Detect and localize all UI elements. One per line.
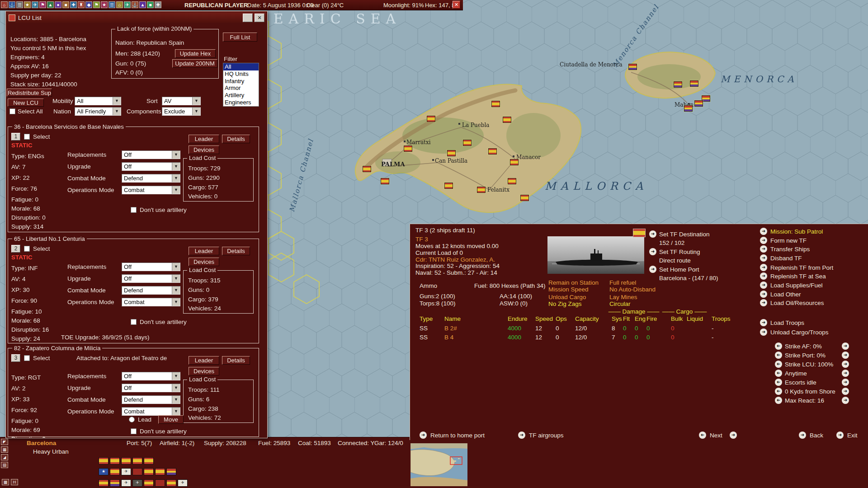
unit-flag[interactable] [488, 148, 497, 155]
opt-circular[interactable]: Circular [609, 300, 631, 307]
prev-tf-icon[interactable]: ➜ [699, 432, 706, 439]
unit-flag[interactable] [684, 105, 693, 112]
window-titlebar[interactable]: LCU List ✕ [7, 12, 266, 23]
unit-chip[interactable] [155, 468, 165, 475]
toolbar-icon-11[interactable]: ◆ [85, 1, 92, 8]
arrow-left-icon[interactable]: ➜ [775, 397, 782, 404]
arrow-right-icon[interactable]: ➜ [842, 397, 849, 404]
arrow-left-icon[interactable]: ➜ [775, 379, 782, 386]
combat-mode-dropdown[interactable]: Defend▼ [122, 395, 180, 404]
operations-mode-dropdown[interactable]: Combat▼ [122, 298, 180, 306]
chevron-down-icon[interactable]: ▼ [192, 97, 200, 105]
toolbar-icon-20[interactable]: ✚ [155, 1, 161, 8]
unit-number-button[interactable]: 2 [11, 245, 20, 253]
arrow-icon[interactable]: ➜ [649, 266, 656, 273]
leader-button[interactable]: Leader [189, 247, 219, 255]
combat-mode-dropdown[interactable]: Defend▼ [122, 286, 180, 295]
select-all-checkbox[interactable] [9, 108, 15, 114]
unit-chip[interactable] [99, 457, 108, 465]
opt-unload-cargo[interactable]: Unload Cargo [548, 294, 586, 300]
disband-tf[interactable]: Disband TF [770, 255, 802, 262]
form-new-tf[interactable]: Form new TF [770, 237, 807, 244]
unit-chip[interactable] [132, 468, 142, 475]
replacements-dropdown[interactable]: Off▼ [122, 372, 180, 380]
chevron-down-icon[interactable]: ▼ [172, 408, 180, 415]
opt-full-refuel[interactable]: Full refuel [609, 279, 636, 286]
unit-chip[interactable]: ✈ [132, 479, 142, 487]
arrow-left-icon[interactable]: ➜ [775, 352, 782, 359]
details-button[interactable]: Details [222, 356, 250, 365]
arrow-icon[interactable]: ➜ [649, 248, 656, 255]
unit-select-checkbox[interactable] [24, 246, 30, 252]
arrow-right-icon[interactable]: ➜ [842, 352, 849, 359]
toolbar-icon-15[interactable]: ⌂ [116, 1, 123, 8]
details-button[interactable]: Details [222, 247, 250, 255]
chevron-down-icon[interactable]: ▼ [172, 275, 180, 282]
unit-chip[interactable]: ★ [99, 468, 108, 475]
operations-mode-dropdown[interactable]: Combat▼ [122, 407, 180, 416]
replenish-from-port[interactable]: Replenish TF from Port [770, 264, 833, 271]
toolbar-icon-6[interactable]: ▲ [47, 1, 54, 8]
arrow-icon[interactable]: ➜ [760, 328, 767, 336]
update-200nm-button[interactable]: Update 200NM [172, 59, 217, 68]
opt-mission-speed[interactable]: Mission Speed [548, 286, 589, 293]
tf-commander[interactable]: Cdr: TNTN Ruiz Gonzalez, A. [415, 256, 495, 263]
filter-item-all[interactable]: All [223, 63, 259, 70]
unit-flag[interactable] [447, 150, 456, 156]
toolbar-icon-8[interactable]: ■ [62, 1, 69, 8]
unit-flag[interactable] [363, 166, 371, 172]
chevron-down-icon[interactable]: ▼ [172, 174, 180, 182]
opt-remain-on-station[interactable]: Remain on Station [548, 279, 599, 286]
replacements-dropdown[interactable]: Off▼ [122, 263, 180, 271]
replenish-at-sea[interactable]: Replenish TF at Sea [770, 273, 826, 280]
arrow-right-icon[interactable]: ➜ [842, 379, 849, 386]
load-other[interactable]: Load Other [770, 291, 801, 298]
nation-dropdown[interactable]: All Friendly▼ [75, 107, 121, 116]
exit-button[interactable]: Exit [847, 432, 858, 439]
unit-select-checkbox[interactable] [24, 355, 30, 361]
unit-chip[interactable] [144, 479, 154, 487]
dont-use-artillery-checkbox[interactable] [131, 207, 137, 213]
arrow-icon[interactable]: ➜ [760, 254, 767, 262]
ship-name[interactable]: B 4 [444, 334, 453, 341]
unit-flag[interactable] [694, 100, 703, 107]
arrow-right-icon[interactable]: ➜ [842, 343, 849, 350]
filter-item-engineers[interactable]: Engineers [223, 99, 259, 106]
transfer-ships[interactable]: Transfer Ships [770, 246, 810, 253]
back-button[interactable]: Back [810, 432, 823, 439]
chevron-down-icon[interactable]: ▼ [172, 372, 180, 380]
close-icon[interactable]: ✕ [453, 1, 460, 9]
sort-dropdown[interactable]: AV▼ [162, 97, 201, 105]
unit-chip[interactable]: ✈ [121, 479, 131, 487]
set-tf-destination[interactable]: Set TF Destination [659, 231, 710, 238]
tf-airgroups[interactable]: TF airgroups [529, 432, 564, 439]
arrow-left-icon[interactable]: ➜ [775, 361, 782, 368]
unit-flag[interactable] [404, 145, 412, 152]
arrow-right-icon[interactable]: ➜ [842, 361, 849, 368]
chevron-down-icon[interactable]: ▼ [113, 97, 121, 105]
combat-mode-dropdown[interactable]: Defend▼ [122, 174, 180, 183]
tf-name[interactable]: TF 3 [415, 236, 428, 243]
filter-item-armor[interactable]: Armor [223, 84, 259, 92]
toolbar-icon-5[interactable]: ⚑ [39, 1, 46, 8]
dont-use-artillery-checkbox[interactable] [131, 319, 137, 325]
devices-button[interactable]: Devices [189, 145, 219, 154]
map-tool-icon[interactable]: ◤ [1, 439, 8, 445]
toolbar-icon-0[interactable]: ⌂ [1, 1, 8, 8]
arrow-left-icon[interactable]: ➜ [775, 388, 782, 395]
chevron-down-icon[interactable]: ▼ [172, 286, 180, 294]
unit-flag[interactable] [510, 159, 519, 165]
unit-chip[interactable]: ✈ [178, 479, 188, 487]
unit-chip[interactable] [144, 457, 154, 465]
toolbar-icon-12[interactable]: ⚑ [93, 1, 100, 8]
unit-flag[interactable] [503, 117, 511, 123]
map-tool-icon[interactable]: ▦ [1, 446, 8, 453]
arrow-left-icon[interactable]: ➜ [775, 343, 782, 350]
toolbar-icon-17[interactable]: ⚓ [132, 1, 138, 8]
arrow-left-icon[interactable]: ➜ [775, 370, 782, 377]
opt-no-auto-disband[interactable]: No Auto-Disband [609, 286, 656, 293]
chevron-down-icon[interactable]: ▼ [192, 108, 200, 115]
arrow-icon[interactable]: ➜ [760, 319, 767, 326]
unit-chip[interactable] [99, 479, 108, 487]
arrow-right-icon[interactable]: ➜ [842, 370, 849, 377]
